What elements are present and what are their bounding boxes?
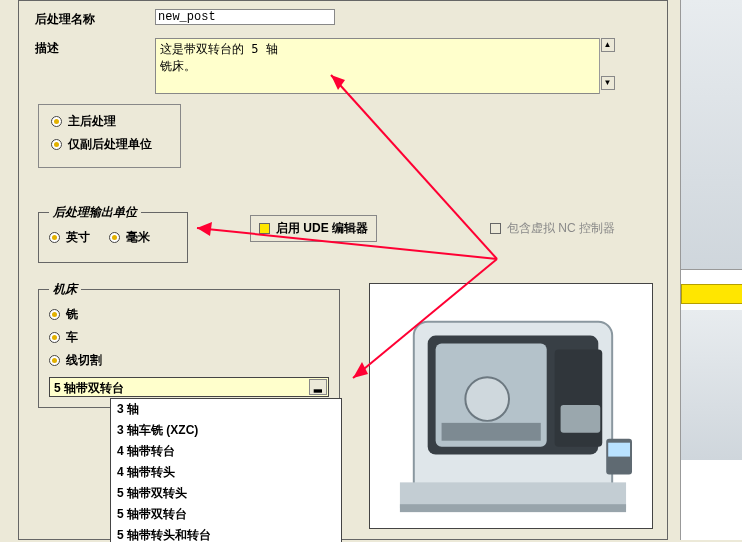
- description-scrollbar[interactable]: ▲ ▼: [599, 38, 615, 94]
- wedm-radio[interactable]: 线切割: [49, 352, 313, 369]
- sub-post-label: 仅副后处理单位: [68, 136, 152, 153]
- main-post-radio[interactable]: 主后处理: [51, 113, 116, 130]
- inch-label: 英寸: [66, 229, 90, 246]
- dropdown-option[interactable]: 3 轴: [111, 399, 341, 420]
- dropdown-option[interactable]: 5 轴带双转头: [111, 483, 341, 504]
- machine-preview-image: [369, 283, 653, 529]
- post-name-label: 后处理名称: [35, 9, 155, 28]
- dropdown-selected: 5 轴带双转台: [54, 381, 124, 395]
- radio-icon: [49, 232, 60, 243]
- sub-post-radio[interactable]: 仅副后处理单位: [51, 136, 152, 153]
- post-type-group: 主后处理 仅副后处理单位: [38, 104, 181, 168]
- dropdown-option[interactable]: 4 轴带转台: [111, 441, 341, 462]
- description-textarea[interactable]: 这是带双转台的 5 轴 铣床。: [155, 38, 615, 94]
- dropdown-list: 3 轴 3 轴车铣 (XZC) 4 轴带转台 4 轴带转头 5 轴带双转头 5 …: [110, 398, 342, 542]
- mill-label: 铣: [66, 306, 78, 323]
- radio-icon: [49, 332, 60, 343]
- dropdown-option[interactable]: 5 轴带双转台: [111, 504, 341, 525]
- svg-rect-9: [400, 504, 626, 512]
- main-post-label: 主后处理: [68, 113, 116, 130]
- mm-label: 毫米: [126, 229, 150, 246]
- preview-thumb-2: [681, 310, 742, 460]
- machine-group: 机床 铣 车 线切割 5 轴带双转台 ▂ 3 轴 3 轴车铣 (XZC) 4 轴…: [38, 281, 340, 408]
- wedm-label: 线切割: [66, 352, 102, 369]
- right-preview-strip: [680, 0, 742, 540]
- enable-ude-checkbox[interactable]: 启用 UDE 编辑器: [250, 215, 377, 242]
- svg-point-5: [465, 377, 509, 421]
- dropdown-option[interactable]: 3 轴车铣 (XZC): [111, 420, 341, 441]
- svg-rect-4: [442, 423, 541, 441]
- svg-rect-11: [608, 443, 630, 457]
- include-vnc-checkbox: 包含虚拟 NC 控制器: [490, 220, 615, 237]
- mill-radio[interactable]: 铣: [49, 306, 313, 323]
- enable-ude-label: 启用 UDE 编辑器: [276, 220, 368, 237]
- include-vnc-label: 包含虚拟 NC 控制器: [507, 220, 615, 237]
- post-name-input[interactable]: [155, 9, 335, 25]
- scroll-down-icon[interactable]: ▼: [601, 76, 615, 90]
- units-legend: 后处理输出单位: [49, 204, 141, 221]
- lathe-radio[interactable]: 车: [49, 329, 313, 346]
- preview-thumb-1: [681, 0, 742, 270]
- scroll-up-icon[interactable]: ▲: [601, 38, 615, 52]
- dropdown-option[interactable]: 4 轴带转头: [111, 462, 341, 483]
- description-label: 描述: [35, 38, 155, 57]
- lathe-label: 车: [66, 329, 78, 346]
- inch-radio[interactable]: 英寸: [49, 229, 90, 246]
- radio-icon: [49, 355, 60, 366]
- dropdown-option[interactable]: 5 轴带转头和转台: [111, 525, 341, 542]
- radio-icon: [51, 116, 62, 127]
- machine-config-dropdown[interactable]: 5 轴带双转台 ▂ 3 轴 3 轴车铣 (XZC) 4 轴带转台 4 轴带转头 …: [49, 377, 329, 397]
- radio-icon: [109, 232, 120, 243]
- preview-highlight: [681, 284, 742, 304]
- checkbox-icon: [259, 223, 270, 234]
- radio-icon: [49, 309, 60, 320]
- dropdown-arrow-icon[interactable]: ▂: [309, 379, 327, 395]
- radio-icon: [51, 139, 62, 150]
- checkbox-icon: [490, 223, 501, 234]
- machine-legend: 机床: [49, 281, 81, 298]
- svg-rect-7: [561, 405, 601, 433]
- mm-radio[interactable]: 毫米: [109, 229, 150, 246]
- output-units-group: 后处理输出单位 英寸 毫米: [38, 204, 188, 263]
